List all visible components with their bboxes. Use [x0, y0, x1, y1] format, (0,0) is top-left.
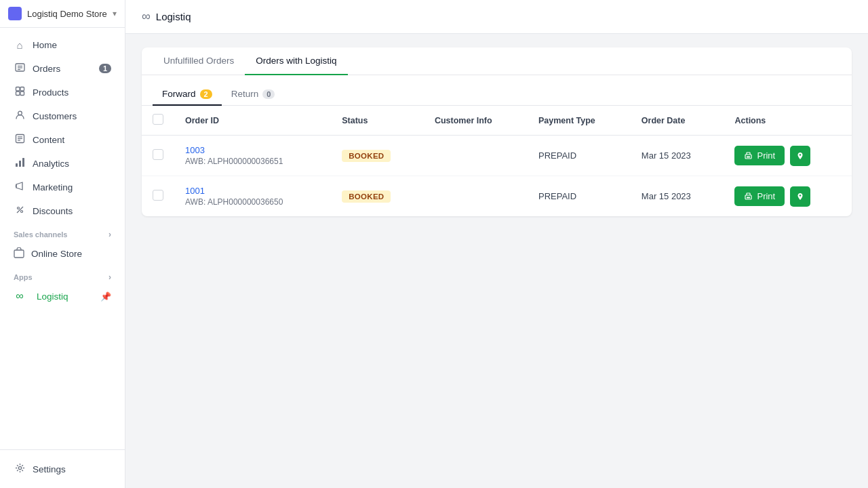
col-header-checkbox	[142, 106, 174, 136]
customers-icon	[14, 110, 26, 122]
main-content: ∞ Logistiq Unfulfilled Orders Orders wit…	[125, 0, 868, 488]
row-payment-type-cell: PREPAID	[528, 176, 631, 217]
table-row: 1003 AWB: ALPH000000036651 BOOKED PREPAI…	[142, 136, 852, 176]
sidebar-item-customers[interactable]: Customers	[4, 104, 121, 127]
pin-icon: 📌	[100, 291, 111, 302]
row-status-cell: BOOKED	[331, 136, 424, 176]
main-tabs: Unfulfilled Orders Orders with Logistiq	[142, 47, 852, 75]
store-name: Logistiq Demo Store	[27, 9, 107, 19]
sidebar-item-discounts[interactable]: Discounts	[4, 199, 121, 222]
sales-channels-expand-icon[interactable]: ›	[108, 230, 111, 239]
logistiq-header-icon: ∞	[142, 9, 151, 24]
svg-rect-7	[20, 92, 24, 96]
settings-label: Settings	[33, 464, 66, 474]
sidebar-item-logistiq[interactable]: ∞ Logistiq 📌	[4, 285, 121, 307]
svg-point-16	[17, 207, 19, 209]
sidebar: Logistiq Demo Store ▾ ⌂ Home Orders 1 Pr…	[0, 0, 125, 488]
select-all-checkbox[interactable]	[153, 114, 163, 125]
awb-value: ALPH000000036651	[208, 157, 283, 166]
sub-tab-forward[interactable]: Forward 2	[153, 83, 222, 106]
page-header-title: Logistiq	[156, 11, 191, 22]
sidebar-item-label: Content	[33, 135, 64, 145]
row-customer-info-cell	[424, 136, 528, 176]
sub-tabs: Forward 2 Return 0	[142, 75, 852, 106]
page-body: Unfulfilled Orders Orders with Logistiq …	[125, 34, 868, 488]
sidebar-item-label: Home	[33, 40, 57, 50]
sales-channels-section: Sales channels ›	[0, 223, 125, 242]
location-button[interactable]	[790, 186, 810, 207]
order-id-link[interactable]: 1001	[185, 186, 205, 196]
sidebar-item-online-store[interactable]: Online Store	[4, 243, 121, 265]
row-payment-type-cell: PREPAID	[528, 136, 631, 176]
forward-badge: 2	[200, 89, 212, 99]
orders-badge: 1	[99, 64, 111, 73]
tab-orders-with-logistiq[interactable]: Orders with Logistiq	[245, 47, 347, 75]
svg-rect-5	[20, 87, 24, 92]
sidebar-bottom: Settings	[0, 449, 125, 488]
col-header-customer-info: Customer Info	[424, 106, 528, 136]
sidebar-item-settings[interactable]: Settings	[4, 458, 121, 481]
sidebar-item-analytics[interactable]: Analytics	[4, 152, 121, 175]
row-order-date-cell: Mar 15 2023	[631, 136, 724, 176]
sidebar-item-label: Customers	[33, 111, 77, 121]
col-header-payment-type: Payment Type	[528, 106, 631, 136]
svg-point-17	[20, 211, 22, 213]
location-button[interactable]	[790, 146, 810, 166]
sidebar-item-home[interactable]: ⌂ Home	[4, 34, 121, 56]
page-header: ∞ Logistiq	[125, 0, 868, 34]
home-icon: ⌂	[14, 39, 26, 51]
sidebar-item-products[interactable]: Products	[4, 81, 121, 104]
col-header-status: Status	[331, 106, 424, 136]
apps-expand-icon[interactable]: ›	[108, 272, 111, 282]
print-button[interactable]: Print	[734, 186, 785, 206]
logistiq-label: Logistiq	[37, 291, 68, 302]
sidebar-item-content[interactable]: Content	[4, 128, 121, 151]
status-badge: BOOKED	[342, 190, 391, 203]
svg-rect-25	[747, 197, 750, 199]
svg-point-26	[800, 195, 802, 197]
store-icon	[8, 7, 22, 20]
order-date: Mar 15 2023	[642, 150, 691, 161]
store-chevron-icon: ▾	[113, 9, 117, 18]
orders-table: Order ID Status Customer Info Payment Ty…	[142, 106, 852, 216]
row-order-id-cell: 1001 AWB: ALPH000000036650	[174, 176, 331, 217]
apps-section: Apps ›	[0, 266, 125, 285]
col-header-actions: Actions	[724, 106, 852, 136]
svg-point-23	[800, 154, 802, 156]
sidebar-item-label: Marketing	[33, 182, 73, 192]
orders-icon	[14, 62, 26, 75]
status-badge: BOOKED	[342, 150, 391, 162]
sidebar-item-orders[interactable]: Orders 1	[4, 57, 121, 80]
row-checkbox[interactable]	[153, 149, 163, 160]
svg-rect-6	[16, 92, 20, 96]
discounts-icon	[14, 205, 26, 217]
row-actions-cell: Print	[724, 176, 852, 217]
row-checkbox[interactable]	[153, 190, 163, 201]
store-selector[interactable]: Logistiq Demo Store ▾	[0, 0, 125, 28]
sidebar-item-label: Discounts	[33, 206, 73, 216]
logistiq-icon: ∞	[14, 290, 26, 302]
svg-rect-15	[22, 158, 24, 167]
svg-rect-22	[747, 157, 750, 158]
marketing-icon	[14, 181, 26, 193]
print-button[interactable]: Print	[734, 146, 785, 165]
sidebar-item-marketing[interactable]: Marketing	[4, 176, 121, 199]
awb-label: AWB:	[185, 157, 205, 166]
table-row: 1001 AWB: ALPH000000036650 BOOKED PREPAI…	[142, 176, 852, 217]
tab-unfulfilled-orders[interactable]: Unfulfilled Orders	[153, 47, 245, 75]
return-badge: 0	[262, 89, 275, 99]
awb-value: ALPH000000036650	[208, 197, 283, 207]
svg-rect-19	[14, 250, 24, 258]
awb-label: AWB:	[185, 197, 205, 207]
analytics-icon	[14, 157, 26, 169]
order-id-link[interactable]: 1003	[185, 145, 205, 155]
row-status-cell: BOOKED	[331, 176, 424, 217]
tabs-container: Unfulfilled Orders Orders with Logistiq …	[142, 47, 852, 216]
order-date: Mar 15 2023	[642, 191, 691, 201]
row-checkbox-cell	[142, 176, 174, 217]
row-order-date-cell: Mar 15 2023	[631, 176, 724, 217]
payment-type: PREPAID	[538, 191, 576, 201]
sub-tab-return[interactable]: Return 0	[222, 83, 285, 106]
content-icon	[14, 134, 26, 146]
payment-type: PREPAID	[538, 150, 576, 161]
